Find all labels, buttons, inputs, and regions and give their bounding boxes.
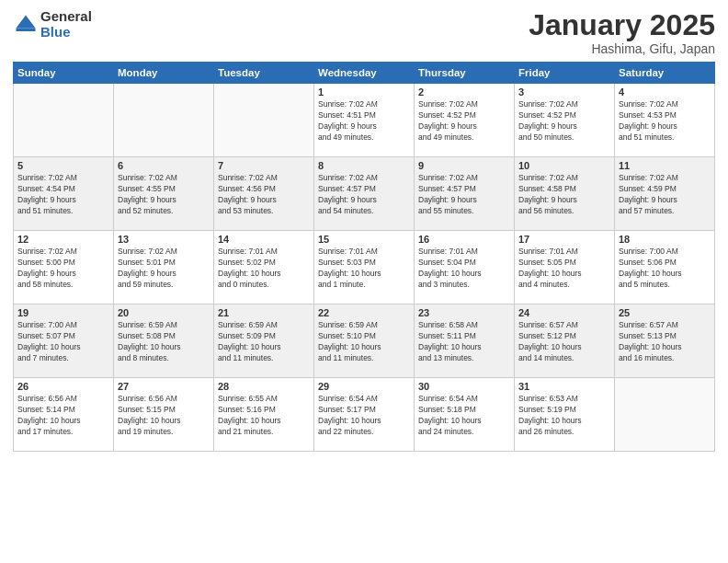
- day-number: 20: [118, 307, 210, 318]
- day-info: Sunrise: 7:02 AM Sunset: 4:59 PM Dayligh…: [619, 173, 711, 217]
- calendar-day-cell: 29Sunrise: 6:54 AM Sunset: 5:17 PM Dayli…: [314, 378, 415, 452]
- calendar-week-row: 19Sunrise: 7:00 AM Sunset: 5:07 PM Dayli…: [14, 304, 715, 378]
- day-info: Sunrise: 6:54 AM Sunset: 5:17 PM Dayligh…: [318, 394, 410, 438]
- calendar-day-cell: 6Sunrise: 7:02 AM Sunset: 4:55 PM Daylig…: [114, 157, 214, 231]
- day-number: 1: [318, 86, 410, 98]
- day-number: 7: [218, 160, 310, 171]
- day-info: Sunrise: 7:01 AM Sunset: 5:02 PM Dayligh…: [218, 247, 310, 291]
- calendar-day-cell: 19Sunrise: 7:00 AM Sunset: 5:07 PM Dayli…: [14, 304, 114, 378]
- logo: General Blue: [13, 9, 92, 40]
- day-number: 9: [418, 160, 510, 171]
- day-number: 27: [118, 381, 210, 392]
- title-block: January 2025 Hashima, Gifu, Japan: [529, 9, 715, 56]
- day-info: Sunrise: 7:02 AM Sunset: 5:01 PM Dayligh…: [118, 247, 210, 291]
- calendar-day-cell: 24Sunrise: 6:57 AM Sunset: 5:12 PM Dayli…: [515, 304, 615, 378]
- calendar-day-cell: 4Sunrise: 7:02 AM Sunset: 4:53 PM Daylig…: [615, 84, 715, 157]
- logo-text: General Blue: [40, 9, 92, 40]
- logo-general: General: [40, 9, 92, 25]
- day-info: Sunrise: 7:02 AM Sunset: 4:57 PM Dayligh…: [318, 173, 410, 217]
- logo-icon: [13, 12, 39, 38]
- day-info: Sunrise: 7:02 AM Sunset: 4:56 PM Dayligh…: [218, 173, 310, 217]
- calendar-day-cell: 27Sunrise: 6:56 AM Sunset: 5:15 PM Dayli…: [114, 378, 214, 452]
- calendar-day-cell: 13Sunrise: 7:02 AM Sunset: 5:01 PM Dayli…: [114, 231, 214, 304]
- day-number: 18: [619, 234, 711, 245]
- calendar-day-cell: 5Sunrise: 7:02 AM Sunset: 4:54 PM Daylig…: [14, 157, 114, 231]
- day-number: 12: [17, 234, 109, 245]
- weekday-header-saturday: Saturday: [615, 63, 715, 84]
- day-number: 25: [619, 307, 711, 318]
- weekday-header-friday: Friday: [515, 63, 615, 84]
- calendar-day-cell: 20Sunrise: 6:59 AM Sunset: 5:08 PM Dayli…: [114, 304, 214, 378]
- day-number: 21: [218, 307, 310, 318]
- day-number: 16: [418, 234, 510, 245]
- day-number: 22: [318, 307, 410, 318]
- calendar-day-cell: [14, 84, 114, 157]
- page: General Blue January 2025 Hashima, Gifu,…: [0, 0, 728, 563]
- calendar-day-cell: 31Sunrise: 6:53 AM Sunset: 5:19 PM Dayli…: [515, 378, 615, 452]
- day-info: Sunrise: 7:02 AM Sunset: 4:54 PM Dayligh…: [17, 173, 109, 217]
- calendar-day-cell: 17Sunrise: 7:01 AM Sunset: 5:05 PM Dayli…: [515, 231, 615, 304]
- day-info: Sunrise: 6:53 AM Sunset: 5:19 PM Dayligh…: [518, 394, 610, 438]
- day-info: Sunrise: 6:54 AM Sunset: 5:18 PM Dayligh…: [418, 394, 510, 438]
- day-number: 10: [518, 160, 610, 171]
- calendar-day-cell: 23Sunrise: 6:58 AM Sunset: 5:11 PM Dayli…: [415, 304, 515, 378]
- day-number: 3: [518, 86, 610, 98]
- calendar-day-cell: [114, 84, 214, 157]
- weekday-header-sunday: Sunday: [14, 63, 114, 84]
- calendar-day-cell: 9Sunrise: 7:02 AM Sunset: 4:57 PM Daylig…: [415, 157, 515, 231]
- svg-rect-1: [17, 28, 36, 31]
- month-title: January 2025: [529, 9, 715, 41]
- day-info: Sunrise: 6:59 AM Sunset: 5:09 PM Dayligh…: [218, 320, 310, 364]
- calendar-day-cell: 11Sunrise: 7:02 AM Sunset: 4:59 PM Dayli…: [615, 157, 715, 231]
- day-info: Sunrise: 6:57 AM Sunset: 5:12 PM Dayligh…: [518, 320, 610, 364]
- day-info: Sunrise: 6:56 AM Sunset: 5:14 PM Dayligh…: [17, 394, 109, 438]
- day-number: 17: [518, 234, 610, 245]
- day-info: Sunrise: 7:00 AM Sunset: 5:06 PM Dayligh…: [619, 247, 711, 291]
- calendar-day-cell: 14Sunrise: 7:01 AM Sunset: 5:02 PM Dayli…: [214, 231, 314, 304]
- header: General Blue January 2025 Hashima, Gifu,…: [13, 9, 715, 56]
- day-info: Sunrise: 7:00 AM Sunset: 5:07 PM Dayligh…: [17, 320, 109, 364]
- day-info: Sunrise: 7:01 AM Sunset: 5:04 PM Dayligh…: [418, 247, 510, 291]
- calendar-day-cell: 18Sunrise: 7:00 AM Sunset: 5:06 PM Dayli…: [615, 231, 715, 304]
- calendar-week-row: 26Sunrise: 6:56 AM Sunset: 5:14 PM Dayli…: [14, 378, 715, 452]
- calendar-day-cell: 15Sunrise: 7:01 AM Sunset: 5:03 PM Dayli…: [314, 231, 415, 304]
- calendar-day-cell: [615, 378, 715, 452]
- day-number: 8: [318, 160, 410, 171]
- location: Hashima, Gifu, Japan: [529, 41, 715, 56]
- day-info: Sunrise: 7:02 AM Sunset: 4:52 PM Dayligh…: [418, 99, 510, 144]
- calendar-week-row: 5Sunrise: 7:02 AM Sunset: 4:54 PM Daylig…: [14, 157, 715, 231]
- calendar-day-cell: 30Sunrise: 6:54 AM Sunset: 5:18 PM Dayli…: [415, 378, 515, 452]
- day-info: Sunrise: 7:02 AM Sunset: 4:51 PM Dayligh…: [318, 99, 410, 144]
- day-info: Sunrise: 7:02 AM Sunset: 4:57 PM Dayligh…: [418, 173, 510, 217]
- day-info: Sunrise: 7:01 AM Sunset: 5:05 PM Dayligh…: [518, 247, 610, 291]
- day-number: 23: [418, 307, 510, 318]
- day-info: Sunrise: 6:58 AM Sunset: 5:11 PM Dayligh…: [418, 320, 510, 364]
- calendar-week-row: 1Sunrise: 7:02 AM Sunset: 4:51 PM Daylig…: [14, 84, 715, 157]
- day-number: 15: [318, 234, 410, 245]
- calendar-day-cell: 25Sunrise: 6:57 AM Sunset: 5:13 PM Dayli…: [615, 304, 715, 378]
- day-number: 14: [218, 234, 310, 245]
- calendar-day-cell: 3Sunrise: 7:02 AM Sunset: 4:52 PM Daylig…: [515, 84, 615, 157]
- day-number: 5: [17, 160, 109, 171]
- svg-marker-0: [17, 15, 36, 28]
- calendar-day-cell: 7Sunrise: 7:02 AM Sunset: 4:56 PM Daylig…: [214, 157, 314, 231]
- weekday-header-monday: Monday: [114, 63, 214, 84]
- day-number: 28: [218, 381, 310, 392]
- calendar-day-cell: 2Sunrise: 7:02 AM Sunset: 4:52 PM Daylig…: [415, 84, 515, 157]
- calendar-day-cell: 22Sunrise: 6:59 AM Sunset: 5:10 PM Dayli…: [314, 304, 415, 378]
- calendar-day-cell: 21Sunrise: 6:59 AM Sunset: 5:09 PM Dayli…: [214, 304, 314, 378]
- day-number: 19: [17, 307, 109, 318]
- day-info: Sunrise: 6:55 AM Sunset: 5:16 PM Dayligh…: [218, 394, 310, 438]
- calendar-day-cell: 12Sunrise: 7:02 AM Sunset: 5:00 PM Dayli…: [14, 231, 114, 304]
- day-info: Sunrise: 7:02 AM Sunset: 4:55 PM Dayligh…: [118, 173, 210, 217]
- day-info: Sunrise: 6:59 AM Sunset: 5:08 PM Dayligh…: [118, 320, 210, 364]
- calendar-day-cell: 1Sunrise: 7:02 AM Sunset: 4:51 PM Daylig…: [314, 84, 415, 157]
- calendar-day-cell: 10Sunrise: 7:02 AM Sunset: 4:58 PM Dayli…: [515, 157, 615, 231]
- day-info: Sunrise: 6:59 AM Sunset: 5:10 PM Dayligh…: [318, 320, 410, 364]
- weekday-header-thursday: Thursday: [415, 63, 515, 84]
- weekday-header-wednesday: Wednesday: [314, 63, 415, 84]
- weekday-header-tuesday: Tuesday: [214, 63, 314, 84]
- day-number: 6: [118, 160, 210, 171]
- calendar-week-row: 12Sunrise: 7:02 AM Sunset: 5:00 PM Dayli…: [14, 231, 715, 304]
- day-number: 31: [518, 381, 610, 392]
